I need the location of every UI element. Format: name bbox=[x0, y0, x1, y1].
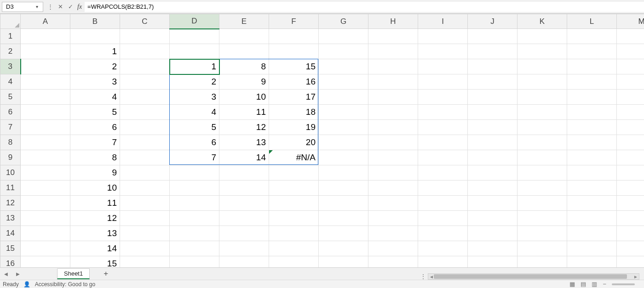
cell-I2[interactable] bbox=[418, 44, 468, 59]
cell-L10[interactable] bbox=[567, 165, 617, 181]
cell-L3[interactable] bbox=[567, 59, 617, 74]
cell-D2[interactable] bbox=[170, 44, 219, 59]
cell-I16[interactable] bbox=[418, 256, 468, 268]
cell-A4[interactable] bbox=[21, 74, 70, 90]
column-header-i[interactable]: I bbox=[418, 14, 468, 29]
cell-G11[interactable] bbox=[319, 181, 368, 196]
cell-E12[interactable] bbox=[219, 196, 269, 211]
cell-C14[interactable] bbox=[120, 226, 170, 241]
cell-G1[interactable] bbox=[319, 29, 368, 44]
cell-L12[interactable] bbox=[567, 196, 617, 211]
name-box[interactable]: D3 ▾ bbox=[2, 2, 43, 12]
cell-M6[interactable] bbox=[617, 105, 644, 120]
cell-L13[interactable] bbox=[567, 211, 617, 226]
cell-E7[interactable]: 12 bbox=[219, 120, 269, 135]
cell-D3[interactable]: 1 bbox=[170, 59, 219, 74]
cell-J14[interactable] bbox=[468, 226, 518, 241]
cell-D4[interactable]: 2 bbox=[170, 74, 219, 90]
cell-E6[interactable]: 11 bbox=[219, 105, 269, 120]
cell-C5[interactable] bbox=[120, 90, 170, 105]
cell-C16[interactable] bbox=[120, 256, 170, 268]
cell-M12[interactable] bbox=[617, 196, 644, 211]
formula-input[interactable] bbox=[85, 2, 644, 12]
cell-K14[interactable] bbox=[518, 226, 567, 241]
cell-J3[interactable] bbox=[468, 59, 518, 74]
column-header-h[interactable]: H bbox=[368, 14, 418, 29]
cell-C11[interactable] bbox=[120, 181, 170, 196]
row-header-6[interactable]: 6 bbox=[0, 105, 21, 120]
cell-B12[interactable]: 11 bbox=[70, 196, 120, 211]
cell-L8[interactable] bbox=[567, 135, 617, 150]
row-header-12[interactable]: 12 bbox=[0, 196, 21, 211]
cell-D9[interactable]: 7 bbox=[170, 150, 219, 165]
cell-C4[interactable] bbox=[120, 74, 170, 90]
cell-I9[interactable] bbox=[418, 150, 468, 165]
cell-E5[interactable]: 10 bbox=[219, 90, 269, 105]
cell-B2[interactable]: 1 bbox=[70, 44, 120, 59]
cell-F8[interactable]: 20 bbox=[269, 135, 319, 150]
cell-K12[interactable] bbox=[518, 196, 567, 211]
cell-E16[interactable] bbox=[219, 256, 269, 268]
horizontal-scroll-thumb[interactable] bbox=[434, 274, 627, 279]
row-header-9[interactable]: 9 bbox=[0, 150, 21, 165]
column-header-c[interactable]: C bbox=[120, 14, 170, 29]
cell-H1[interactable] bbox=[368, 29, 418, 44]
cell-A5[interactable] bbox=[21, 90, 70, 105]
cell-B7[interactable]: 6 bbox=[70, 120, 120, 135]
cell-M4[interactable] bbox=[617, 74, 644, 90]
cell-I5[interactable] bbox=[418, 90, 468, 105]
cell-M8[interactable] bbox=[617, 135, 644, 150]
cell-E11[interactable] bbox=[219, 181, 269, 196]
cell-A14[interactable] bbox=[21, 226, 70, 241]
zoom-out-button[interactable]: − bbox=[603, 281, 606, 288]
cell-G3[interactable] bbox=[319, 59, 368, 74]
cell-F6[interactable]: 18 bbox=[269, 105, 319, 120]
cell-K2[interactable] bbox=[518, 44, 567, 59]
cell-A7[interactable] bbox=[21, 120, 70, 135]
cell-F15[interactable] bbox=[269, 241, 319, 256]
fx-icon[interactable]: fx bbox=[77, 3, 82, 11]
column-header-e[interactable]: E bbox=[219, 14, 269, 29]
cell-G2[interactable] bbox=[319, 44, 368, 59]
sheet-tab[interactable]: Sheet1 bbox=[57, 268, 90, 279]
cell-J13[interactable] bbox=[468, 211, 518, 226]
cell-F13[interactable] bbox=[269, 211, 319, 226]
horizontal-scrollbar[interactable]: ⋮ ◄ ► bbox=[428, 273, 639, 280]
cell-D13[interactable] bbox=[170, 211, 219, 226]
cell-M16[interactable] bbox=[617, 256, 644, 268]
cell-B13[interactable]: 12 bbox=[70, 211, 120, 226]
cell-G7[interactable] bbox=[319, 120, 368, 135]
cell-H16[interactable] bbox=[368, 256, 418, 268]
cell-L6[interactable] bbox=[567, 105, 617, 120]
cell-E3[interactable]: 8 bbox=[219, 59, 269, 74]
cell-D5[interactable]: 3 bbox=[170, 90, 219, 105]
cell-J15[interactable] bbox=[468, 241, 518, 256]
cancel-formula-icon[interactable]: ✕ bbox=[56, 3, 64, 11]
cell-H4[interactable] bbox=[368, 74, 418, 90]
cell-A16[interactable] bbox=[21, 256, 70, 268]
more-icon[interactable]: ⋮ bbox=[420, 273, 426, 280]
cell-E13[interactable] bbox=[219, 211, 269, 226]
cell-A10[interactable] bbox=[21, 165, 70, 181]
cell-J8[interactable] bbox=[468, 135, 518, 150]
cell-I10[interactable] bbox=[418, 165, 468, 181]
cell-G8[interactable] bbox=[319, 135, 368, 150]
cell-M13[interactable] bbox=[617, 211, 644, 226]
cell-C12[interactable] bbox=[120, 196, 170, 211]
cell-M15[interactable] bbox=[617, 241, 644, 256]
cell-A11[interactable] bbox=[21, 181, 70, 196]
cell-M3[interactable] bbox=[617, 59, 644, 74]
cell-F9[interactable]: #N/A bbox=[269, 150, 319, 165]
cell-M7[interactable] bbox=[617, 120, 644, 135]
cell-K15[interactable] bbox=[518, 241, 567, 256]
row-header-8[interactable]: 8 bbox=[0, 135, 21, 150]
cell-K10[interactable] bbox=[518, 165, 567, 181]
cell-J5[interactable] bbox=[468, 90, 518, 105]
row-header-11[interactable]: 11 bbox=[0, 181, 21, 196]
cell-E14[interactable] bbox=[219, 226, 269, 241]
cell-K3[interactable] bbox=[518, 59, 567, 74]
cell-E8[interactable]: 13 bbox=[219, 135, 269, 150]
cell-J4[interactable] bbox=[468, 74, 518, 90]
row-header-3[interactable]: 3 bbox=[0, 59, 21, 74]
row-header-7[interactable]: 7 bbox=[0, 120, 21, 135]
